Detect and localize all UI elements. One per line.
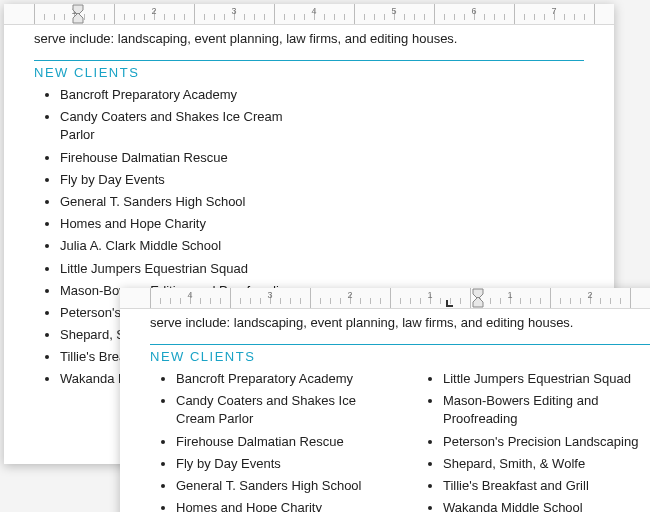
list-item: Peterson's Precision Landscaping (443, 433, 650, 451)
ruler-label: 5 (391, 6, 396, 16)
ruler-label: 3 (231, 6, 236, 16)
indent-marker-icon[interactable] (72, 2, 84, 24)
lead-text: serve include: landscaping, event planni… (150, 315, 650, 330)
list-item: Fly by Day Events (60, 171, 300, 189)
clients-list-col1: Bancroft Preparatory AcademyCandy Coater… (150, 370, 383, 512)
list-item: Homes and Hope Charity (60, 215, 300, 233)
list-item: Candy Coaters and Shakes Ice Cream Parlo… (176, 392, 383, 428)
ruler-front[interactable]: 432112 (120, 288, 650, 309)
ruler-label: 7 (551, 6, 556, 16)
list-item: Firehouse Dalmatian Rescue (176, 433, 383, 451)
list-item: Julia A. Clark Middle School (60, 237, 300, 255)
document-front: 432112 serve include: landscaping, event… (120, 288, 650, 512)
clients-list-col2: Little Jumpers Equestrian SquadMason-Bow… (417, 370, 650, 512)
list-item: Little Jumpers Equestrian Squad (443, 370, 650, 388)
list-item: Firehouse Dalmatian Rescue (60, 149, 300, 167)
list-item: Tillie's Breakfast and Grill (443, 477, 650, 495)
ruler-label: 1 (507, 290, 512, 300)
list-item: Bancroft Preparatory Academy (60, 86, 300, 104)
section-divider (34, 60, 584, 61)
section-heading: NEW CLIENTS (150, 349, 650, 364)
list-item: Bancroft Preparatory Academy (176, 370, 383, 388)
list-item: Wakanda Middle School (443, 499, 650, 512)
list-item: Little Jumpers Equestrian Squad (60, 260, 300, 278)
ruler-label: 4 (187, 290, 192, 300)
list-item: Candy Coaters and Shakes Ice Cream Parlo… (60, 108, 300, 144)
ruler-label: 2 (347, 290, 352, 300)
list-item: Shepard, Smith, & Wolfe (443, 455, 650, 473)
tab-stop-icon[interactable] (446, 299, 454, 307)
ruler-label: 4 (311, 6, 316, 16)
list-item: Homes and Hope Charity (176, 499, 383, 512)
ruler-label: 6 (471, 6, 476, 16)
list-item: Fly by Day Events (176, 455, 383, 473)
ruler-label: 1 (427, 290, 432, 300)
ruler-back[interactable]: 1234567 (4, 4, 614, 25)
section-heading: NEW CLIENTS (34, 65, 584, 80)
indent-marker-icon[interactable] (472, 286, 484, 308)
ruler-label: 2 (151, 6, 156, 16)
list-item: General T. Sanders High School (60, 193, 300, 211)
lead-text: serve include: landscaping, event planni… (34, 31, 584, 46)
ruler-label: 2 (587, 290, 592, 300)
svg-marker-3 (473, 297, 483, 307)
list-item: Mason-Bowers Editing and Proofreading (443, 392, 650, 428)
svg-marker-1 (73, 13, 83, 23)
section-divider (150, 344, 650, 345)
list-item: General T. Sanders High School (176, 477, 383, 495)
ruler-label: 3 (267, 290, 272, 300)
